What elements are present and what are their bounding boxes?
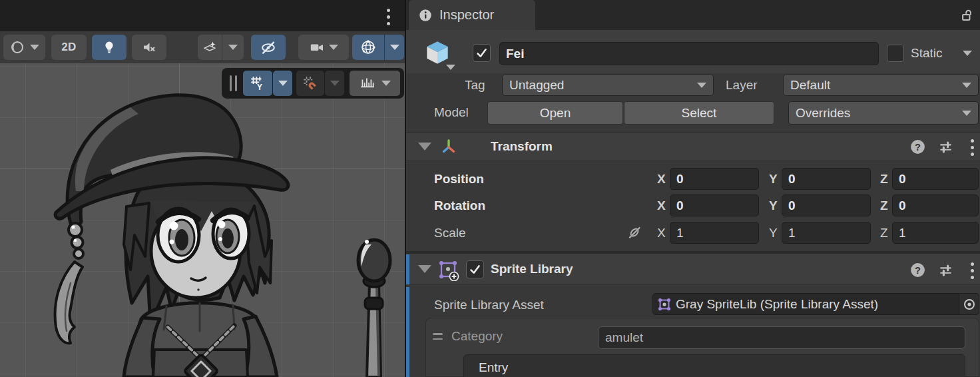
grid-overlay-toolbar: Y [222, 68, 404, 99]
2d-toggle-button[interactable]: 2D [51, 35, 87, 60]
entry-header[interactable]: Entry [463, 354, 965, 377]
chevron-down-icon [30, 45, 39, 50]
scale-label: Scale [434, 226, 466, 240]
chevron-down-icon [329, 45, 338, 50]
prefab-foldout-icon[interactable] [446, 65, 455, 70]
grid-y-icon: Y [249, 75, 266, 92]
svg-text:?: ? [915, 265, 921, 276]
sprite-library-title: Sprite Library [491, 262, 573, 276]
toolbar-drag-handle[interactable] [230, 75, 237, 91]
position-z-input[interactable]: 0 [892, 168, 979, 190]
axis-z-label: Z [880, 226, 888, 240]
model-overrides-dropdown[interactable]: Overrides [788, 101, 979, 125]
lock-open-icon[interactable] [957, 7, 975, 24]
chevron-down-icon [381, 81, 391, 86]
axis-x-label: X [657, 198, 666, 213]
axis-y-label: Y [769, 198, 778, 213]
chevron-down-icon [962, 83, 971, 88]
staff [358, 240, 390, 377]
sprite-library-asset-label: Sprite Library Asset [434, 298, 544, 312]
2d-label: 2D [61, 41, 77, 54]
position-x-input[interactable]: 0 [670, 168, 759, 190]
rotation-label: Rotation [434, 198, 485, 213]
scene-pane-header [0, 0, 405, 31]
model-open-button[interactable]: Open [487, 101, 623, 125]
model-select-button[interactable]: Select [624, 101, 774, 125]
effects-icon [202, 39, 218, 55]
static-label: Static [911, 46, 943, 61]
camera-icon [309, 39, 325, 55]
scale-x-input[interactable]: 1 [670, 222, 759, 244]
grid-visibility-button[interactable]: Y [243, 71, 272, 96]
category-list-item: Category amulet Entry [425, 318, 979, 377]
rotation-y-input[interactable]: 0 [782, 194, 871, 216]
scale-y-input[interactable]: 1 [782, 222, 871, 244]
check-icon [469, 263, 481, 276]
effects-toggle-button[interactable] [198, 35, 222, 60]
check-icon [475, 47, 488, 59]
sprite-library-foldout-icon[interactable] [418, 265, 431, 273]
gameobject-name-input[interactable]: Fei [499, 42, 879, 65]
lighting-toggle-button[interactable] [92, 35, 126, 60]
sprite-library-enabled-checkbox[interactable] [466, 260, 484, 278]
axis-x-label: X [657, 226, 666, 240]
tab-inspector[interactable]: Inspector [409, 0, 535, 30]
scene-viewport[interactable]: Y [0, 63, 405, 377]
sprite-library-menu-icon[interactable] [971, 262, 974, 279]
object-picker-icon [962, 297, 977, 312]
model-label: Model [434, 105, 469, 120]
shading-sphere-icon [10, 39, 26, 55]
axis-z-label: Z [880, 172, 888, 187]
rotation-z-input[interactable]: 0 [892, 194, 979, 216]
snap-increment-ruler-icon [359, 75, 376, 92]
gizmos-dropdown-button[interactable] [385, 35, 404, 60]
gizmo-globe-icon [360, 39, 377, 56]
help-icon[interactable]: ? [909, 262, 926, 278]
inspector-panel: Inspector Fei Static Tag Untagged [405, 0, 980, 377]
unlink-icon[interactable] [626, 224, 643, 241]
help-icon[interactable]: ? [909, 139, 926, 155]
audio-toggle-button[interactable] [132, 35, 166, 60]
pane-menu-icon[interactable] [387, 9, 390, 25]
audio-muted-icon [141, 39, 157, 55]
gizmos-toggle-button[interactable] [352, 35, 384, 60]
scale-z-input[interactable]: 1 [892, 222, 979, 244]
transform-menu-icon[interactable] [971, 139, 974, 156]
snap-increment-button[interactable] [350, 71, 400, 96]
hidden-objects-toggle-button[interactable] [251, 35, 286, 60]
active-checkbox[interactable] [473, 44, 491, 62]
layer-label: Layer [726, 78, 758, 93]
shading-mode-button[interactable] [3, 35, 45, 60]
position-label: Position [434, 172, 484, 187]
tag-label: Tag [465, 78, 485, 93]
grid-snap-magnet-icon [302, 75, 319, 92]
override-highlight-bar [406, 254, 409, 284]
transform-icon [439, 137, 458, 156]
chevron-down-icon [390, 45, 399, 50]
presets-icon[interactable] [937, 139, 954, 155]
axis-z-label: Z [880, 198, 888, 213]
presets-icon[interactable] [937, 262, 954, 278]
camera-settings-button[interactable] [298, 35, 349, 60]
static-checkbox[interactable] [887, 45, 904, 62]
category-value-input[interactable]: amulet [598, 326, 965, 349]
transform-foldout-icon[interactable] [418, 143, 431, 151]
category-label: Category [451, 329, 503, 344]
eye-hidden-icon [260, 39, 277, 56]
static-dropdown-icon[interactable] [963, 51, 972, 56]
layer-dropdown[interactable]: Default [783, 74, 979, 96]
grid-snapping-dropdown[interactable] [325, 71, 344, 96]
grid-visibility-dropdown[interactable] [273, 71, 292, 96]
tab-label: Inspector [439, 7, 494, 23]
position-y-input[interactable]: 0 [782, 168, 871, 190]
axis-y-label: Y [769, 226, 778, 240]
grid-snapping-button[interactable] [296, 71, 324, 96]
rotation-x-input[interactable]: 0 [670, 194, 759, 216]
tag-dropdown[interactable]: Untagged [502, 74, 714, 96]
sprite-library-icon [437, 258, 459, 281]
object-picker-button[interactable] [959, 293, 979, 315]
effects-dropdown-button[interactable] [222, 35, 244, 60]
drag-handle-icon[interactable] [433, 333, 443, 340]
sprite-library-asset-field[interactable]: Gray SpriteLib (Sprite Library Asset) [652, 293, 959, 315]
chevron-down-icon [697, 83, 706, 88]
